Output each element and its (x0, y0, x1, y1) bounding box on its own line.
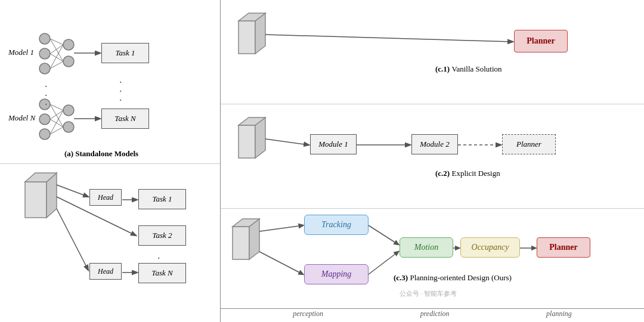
head1-label: Head (98, 193, 113, 202)
svg-marker-43 (249, 219, 259, 259)
c2-section: Module 1 Module 2 Planner (c.2) Explicit… (221, 104, 644, 209)
mt-task2-box: Task 2 (138, 225, 186, 246)
svg-point-16 (63, 122, 74, 132)
c3-caption: (c.3) Planning-oriented Design (Ours) (394, 273, 512, 283)
svg-marker-37 (255, 117, 265, 158)
svg-line-9 (50, 54, 63, 61)
svg-point-4 (63, 56, 74, 67)
mapping-box: Mapping (304, 264, 369, 284)
c1-planner-label: Planner (527, 36, 555, 46)
svg-line-45 (259, 225, 303, 231)
svg-line-35 (265, 35, 513, 42)
svg-marker-24 (25, 182, 47, 218)
svg-line-19 (50, 110, 63, 134)
mt-taskN-box: Task N (138, 263, 186, 283)
svg-point-14 (39, 129, 50, 140)
svg-line-47 (369, 225, 398, 244)
taskN-label: Task N (114, 114, 135, 123)
svg-marker-42 (233, 227, 249, 259)
standalone-svg (0, 6, 220, 163)
svg-line-18 (50, 110, 63, 119)
svg-marker-32 (239, 21, 255, 54)
tracking-label: Tracking (321, 220, 351, 230)
c1-caption: (c.1) Vanilla Solution (435, 64, 502, 74)
module2-label: Module 2 (420, 140, 449, 149)
c2-planner-label: Planner (516, 140, 541, 149)
module2-box: Module 2 (411, 134, 458, 154)
left-panel: Model 1 Model N · · · Task 1 Task N · · … (0, 0, 221, 322)
c3-caption-bold: (c.3) (394, 273, 410, 282)
task1-label: Task 1 (115, 48, 135, 58)
mapping-label: Mapping (321, 270, 352, 279)
label-planning: planning (546, 309, 572, 318)
task-dots3: · (119, 94, 122, 107)
mt-task1-box: Task 1 (138, 189, 186, 209)
dots-standalone3: · (45, 98, 49, 111)
mt-task1-label: Task 1 (152, 194, 172, 204)
svg-line-17 (50, 104, 63, 110)
mt-dots: · (157, 252, 160, 265)
right-panel: Planner (c.1) Vanilla Solution (221, 0, 644, 322)
svg-point-3 (63, 39, 74, 50)
svg-line-7 (50, 45, 63, 69)
tracking-box: Tracking (304, 215, 369, 235)
svg-line-21 (50, 119, 63, 127)
standalone-models-section: Model 1 Model N · · · Task 1 Task N · · … (0, 6, 220, 164)
c1-caption-bold: (c.1) (435, 64, 451, 73)
c2-caption-text: Explicit Design (451, 169, 500, 178)
main-container: Model 1 Model N · · · Task 1 Task N · · … (0, 0, 644, 322)
c2-caption-bold: (c.2) (435, 169, 451, 178)
svg-line-46 (259, 252, 303, 274)
module1-label: Module 1 (318, 140, 348, 149)
svg-line-6 (50, 45, 63, 54)
svg-marker-36 (239, 125, 255, 158)
svg-point-1 (39, 48, 50, 59)
headN-box: Head (89, 263, 122, 280)
modelN-label: Model N (8, 113, 35, 123)
occupancy-label: Occupancy (472, 243, 509, 252)
standalone-caption: (a) Standalone Models (36, 149, 167, 159)
mt-task2-label: Task 2 (152, 231, 172, 240)
mt-taskN-label: Task N (151, 268, 172, 278)
bottom-labels: perception prediction planning (221, 309, 644, 318)
occupancy-box: Occupancy (460, 237, 520, 258)
c1-planner-box: Planner (514, 30, 568, 52)
c3-section: Tracking Mapping Motion Occupancy Planne… (221, 209, 644, 322)
motion-label: Motion (414, 243, 438, 252)
svg-point-2 (39, 63, 50, 74)
multitask-section: Head Task 1 Task 2 Head Task N · (0, 164, 220, 322)
head1-box: Head (89, 189, 122, 206)
label-prediction: prediction (420, 309, 450, 318)
c3-svg (221, 209, 644, 322)
svg-line-48 (369, 252, 398, 274)
task1-box: Task 1 (101, 43, 149, 63)
module1-box: Module 1 (310, 134, 357, 154)
model1-label: Model 1 (8, 48, 34, 57)
svg-line-39 (265, 139, 309, 145)
svg-line-20 (50, 104, 63, 127)
c2-svg (221, 104, 644, 208)
headN-label: Head (98, 267, 113, 276)
svg-marker-33 (255, 13, 265, 54)
c1-svg (221, 0, 644, 104)
c3-caption-text: Planning-oriented Design (Ours) (410, 273, 511, 282)
multitask-svg (0, 164, 220, 322)
svg-marker-38 (239, 117, 265, 125)
svg-line-27 (57, 185, 88, 197)
svg-marker-26 (25, 173, 57, 182)
motion-box: Motion (400, 237, 453, 258)
c1-section: Planner (c.1) Vanilla Solution (221, 0, 644, 104)
watermark: 公众号 · 智能车参考 (400, 289, 457, 298)
taskN-box: Task N (101, 109, 149, 129)
c3-planner-box: Planner (537, 237, 590, 258)
bottom-separator (221, 308, 644, 309)
svg-point-15 (63, 105, 74, 116)
svg-line-29 (57, 209, 88, 270)
label-perception: perception (293, 309, 323, 318)
c3-planner-label: Planner (549, 243, 577, 252)
svg-marker-44 (233, 219, 259, 227)
svg-line-10 (50, 61, 63, 69)
svg-marker-25 (47, 173, 57, 218)
c1-caption-text: Vanilla Solution (451, 64, 501, 73)
svg-line-22 (50, 127, 63, 134)
